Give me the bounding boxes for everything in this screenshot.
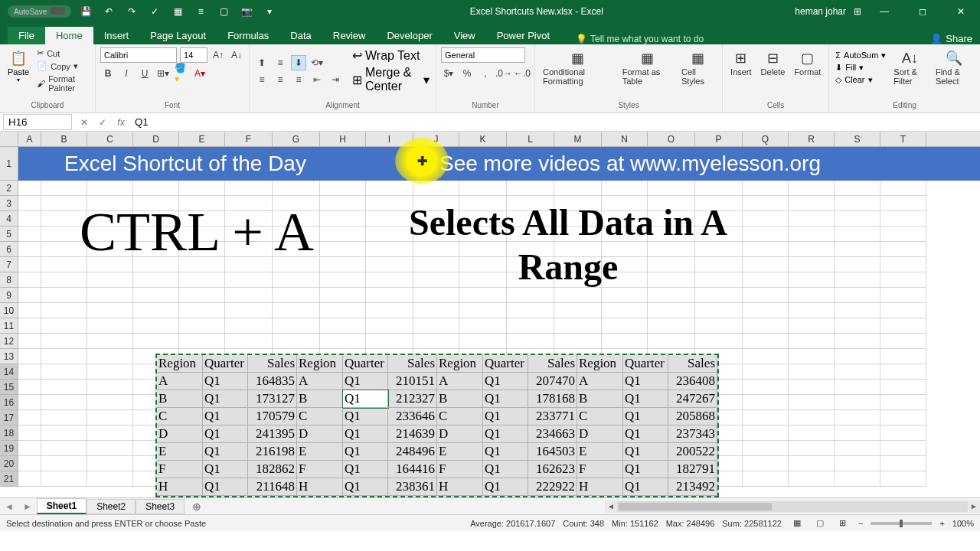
col-header[interactable]: K [459, 132, 507, 147]
format-painter-button[interactable]: 🖌 Format Painter [35, 73, 90, 93]
sheet-tab-1[interactable]: Sheet1 [37, 498, 87, 514]
row-header[interactable]: 9 [0, 288, 18, 303]
col-header[interactable]: P [695, 132, 743, 147]
name-box[interactable] [3, 114, 72, 130]
row-header[interactable]: 20 [0, 456, 18, 471]
col-header[interactable]: A [18, 132, 41, 147]
row-header[interactable]: 11 [0, 318, 18, 334]
cell-styles-button[interactable]: ▦Cell Styles [678, 47, 717, 87]
col-header[interactable]: F [225, 132, 273, 147]
comma-icon[interactable]: , [478, 66, 493, 81]
row-header[interactable]: 4 [0, 211, 18, 227]
col-header[interactable]: L [507, 132, 554, 147]
currency-icon[interactable]: $▾ [441, 66, 456, 81]
conditional-formatting-button[interactable]: ▦Conditional Formatting [540, 47, 616, 87]
qat-dropdown-icon[interactable]: ▾ [264, 6, 275, 17]
row-header[interactable]: 16 [0, 395, 18, 410]
redo-icon[interactable]: ↷ [126, 6, 137, 17]
col-header[interactable]: E [179, 132, 225, 147]
merge-center-button[interactable]: ⊞ Merge & Center ▾ [351, 65, 431, 94]
scroll-right-icon[interactable]: ► [968, 502, 980, 510]
row-header[interactable]: 5 [0, 227, 18, 242]
format-cells-button[interactable]: ▢Format [791, 47, 824, 78]
cancel-formula-icon[interactable]: ✕ [75, 117, 93, 128]
sheet-tab-3[interactable]: Sheet3 [136, 499, 185, 514]
underline-button[interactable]: U [137, 66, 152, 81]
increase-indent-icon[interactable]: ⇥ [328, 72, 343, 87]
enter-formula-icon[interactable]: ✓ [93, 117, 112, 128]
tab-insert[interactable]: Insert [93, 27, 140, 44]
close-button[interactable]: ✕ [946, 0, 976, 23]
autosum-button[interactable]: Σ AutoSum ▾ [834, 50, 887, 61]
scroll-thumb[interactable] [619, 503, 772, 510]
format-as-table-button[interactable]: ▦Format as Table [619, 47, 675, 87]
col-header[interactable]: Q [743, 132, 789, 147]
decrease-decimal-icon[interactable]: ←.0 [514, 66, 530, 81]
tab-file[interactable]: File [8, 27, 45, 44]
qat-icon[interactable]: ✓ [149, 6, 160, 17]
row-header[interactable]: 3 [0, 196, 18, 211]
col-header[interactable]: C [87, 132, 133, 147]
wrap-text-button[interactable]: ↩ Wrap Text [351, 47, 431, 64]
tab-data[interactable]: Data [279, 27, 322, 44]
zoom-out-button[interactable]: − [858, 519, 863, 528]
row-header[interactable]: 21 [0, 471, 18, 487]
align-right-icon[interactable]: ≡ [291, 72, 306, 87]
tell-me-search[interactable]: 💡 Tell me what you want to do [576, 34, 704, 44]
number-format-select[interactable] [441, 47, 525, 63]
horizontal-scrollbar[interactable]: ◄ ► [605, 500, 980, 513]
col-header[interactable]: D [133, 132, 179, 147]
qat-icon[interactable]: ▢ [218, 6, 229, 17]
col-header[interactable]: O [648, 132, 695, 147]
undo-icon[interactable]: ↶ [103, 6, 114, 17]
tab-page-layout[interactable]: Page Layout [139, 27, 217, 44]
add-sheet-button[interactable]: ⊕ [185, 500, 209, 513]
col-header[interactable]: S [835, 132, 880, 147]
copy-button[interactable]: 📄 Copy ▾ [35, 60, 90, 72]
minimize-button[interactable]: — [869, 0, 900, 23]
sheet-nav-next[interactable]: ► [18, 501, 37, 512]
tab-power-pivot[interactable]: Power Pivot [486, 27, 560, 44]
sheet-tab-2[interactable]: Sheet2 [87, 499, 136, 514]
tab-formulas[interactable]: Formulas [217, 27, 279, 44]
col-header[interactable]: M [554, 132, 602, 147]
tab-developer[interactable]: Developer [376, 27, 443, 44]
tab-home[interactable]: Home [45, 27, 93, 44]
align-middle-icon[interactable]: ≡ [273, 55, 288, 70]
align-center-icon[interactable]: ≡ [273, 72, 288, 87]
save-icon[interactable]: 💾 [80, 6, 91, 17]
paste-button[interactable]: 📋 Paste▾ [5, 47, 32, 93]
camera-icon[interactable]: 📷 [241, 6, 252, 17]
qat-icon[interactable]: ≡ [195, 6, 206, 17]
row-header[interactable]: 15 [0, 380, 18, 395]
align-left-icon[interactable]: ≡ [254, 72, 270, 87]
col-header[interactable]: B [41, 132, 87, 147]
row-header[interactable]: 7 [0, 257, 18, 272]
zoom-slider[interactable] [871, 522, 932, 525]
tab-review[interactable]: Review [322, 27, 377, 44]
row-header[interactable]: 13 [0, 349, 18, 364]
insert-cells-button[interactable]: ⊞Insert [727, 47, 755, 78]
zoom-level[interactable]: 100% [952, 519, 974, 528]
align-bottom-icon[interactable]: ⬇ [291, 55, 306, 70]
row-header[interactable]: 17 [0, 410, 18, 425]
ribbon-display-icon[interactable]: ⊞ [854, 6, 861, 17]
normal-view-icon[interactable]: ▦ [789, 517, 805, 530]
tab-view[interactable]: View [443, 27, 486, 44]
orientation-icon[interactable]: ⟲▾ [309, 55, 325, 70]
fill-button[interactable]: ⬇ Fill ▾ [834, 62, 887, 73]
italic-button[interactable]: I [119, 66, 134, 81]
decrease-indent-icon[interactable]: ⇤ [309, 72, 325, 87]
col-header[interactable]: N [602, 132, 648, 147]
sort-filter-button[interactable]: A↓Sort & Filter [890, 47, 929, 87]
autosave-toggle[interactable]: AutoSave [8, 5, 71, 18]
delete-cells-button[interactable]: ⊟Delete [758, 47, 789, 78]
bold-button[interactable]: B [100, 66, 116, 81]
row-header[interactable]: 10 [0, 303, 18, 318]
col-header[interactable]: G [273, 132, 320, 147]
row-header[interactable]: 18 [0, 425, 18, 441]
select-all-corner[interactable] [0, 132, 18, 147]
sheet-nav-prev[interactable]: ◄ [0, 501, 18, 512]
row-header[interactable]: 1 [0, 147, 18, 181]
align-top-icon[interactable]: ⬆ [254, 55, 270, 70]
